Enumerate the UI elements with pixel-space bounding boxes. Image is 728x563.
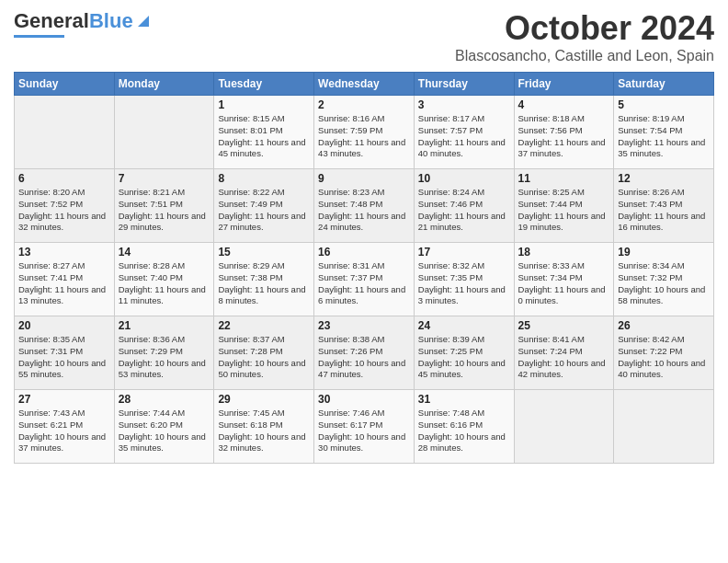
day-number: 5 <box>618 98 710 111</box>
day-number: 28 <box>119 393 210 406</box>
day-info: Sunrise: 8:31 AMSunset: 7:37 PMDaylight:… <box>318 260 410 307</box>
day-number: 24 <box>418 319 510 332</box>
day-info: Sunrise: 8:37 AMSunset: 7:28 PMDaylight:… <box>218 334 310 381</box>
calendar-cell: 12Sunrise: 8:26 AMSunset: 7:43 PMDayligh… <box>614 169 714 243</box>
calendar-cell: 13Sunrise: 8:27 AMSunset: 7:41 PMDayligh… <box>15 243 115 316</box>
day-info: Sunrise: 8:39 AMSunset: 7:25 PMDaylight:… <box>418 334 510 381</box>
weekday-header-row: SundayMondayTuesdayWednesdayThursdayFrid… <box>15 73 714 96</box>
day-number: 19 <box>618 246 710 259</box>
day-info: Sunrise: 8:17 AMSunset: 7:57 PMDaylight:… <box>418 113 510 160</box>
day-number: 1 <box>218 98 310 111</box>
calendar-cell: 5Sunrise: 8:19 AMSunset: 7:54 PMDaylight… <box>614 96 714 169</box>
day-number: 7 <box>119 172 210 185</box>
calendar-cell: 14Sunrise: 8:28 AMSunset: 7:40 PMDayligh… <box>114 243 214 316</box>
logo-arrow-icon <box>134 12 153 30</box>
day-number: 2 <box>318 98 410 111</box>
calendar-cell: 15Sunrise: 8:29 AMSunset: 7:38 PMDayligh… <box>214 243 314 316</box>
day-info: Sunrise: 8:20 AMSunset: 7:52 PMDaylight:… <box>18 187 110 234</box>
day-number: 31 <box>418 393 510 406</box>
day-info: Sunrise: 7:46 AMSunset: 6:17 PMDaylight:… <box>318 408 410 454</box>
day-info: Sunrise: 8:16 AMSunset: 7:59 PMDaylight:… <box>318 113 410 160</box>
svg-marker-0 <box>138 16 149 27</box>
weekday-header-thursday: Thursday <box>414 73 514 96</box>
day-number: 4 <box>518 98 610 111</box>
day-info: Sunrise: 8:19 AMSunset: 7:54 PMDaylight:… <box>618 113 710 160</box>
day-number: 27 <box>18 393 110 406</box>
day-number: 26 <box>618 319 710 332</box>
calendar-cell: 16Sunrise: 8:31 AMSunset: 7:37 PMDayligh… <box>314 243 415 316</box>
calendar-cell: 26Sunrise: 8:42 AMSunset: 7:22 PMDayligh… <box>614 316 714 390</box>
calendar-week-row: 20Sunrise: 8:35 AMSunset: 7:31 PMDayligh… <box>15 316 714 390</box>
month-title: October 2024 <box>455 9 714 48</box>
day-info: Sunrise: 8:27 AMSunset: 7:41 PMDaylight:… <box>18 260 110 307</box>
logo-general: General <box>14 9 89 33</box>
day-number: 22 <box>218 319 310 332</box>
calendar-cell: 2Sunrise: 8:16 AMSunset: 7:59 PMDaylight… <box>314 96 415 169</box>
calendar-cell: 18Sunrise: 8:33 AMSunset: 7:34 PMDayligh… <box>514 243 614 316</box>
logo-underline <box>14 35 64 38</box>
calendar-cell <box>614 390 714 464</box>
calendar-cell: 20Sunrise: 8:35 AMSunset: 7:31 PMDayligh… <box>15 316 115 390</box>
page-header: General Blue October 2024 Blascosancho, … <box>14 9 714 64</box>
day-number: 12 <box>618 172 710 185</box>
day-info: Sunrise: 8:24 AMSunset: 7:46 PMDaylight:… <box>418 187 510 234</box>
calendar-week-row: 13Sunrise: 8:27 AMSunset: 7:41 PMDayligh… <box>15 243 714 316</box>
day-info: Sunrise: 8:41 AMSunset: 7:24 PMDaylight:… <box>518 334 610 381</box>
calendar-cell: 10Sunrise: 8:24 AMSunset: 7:46 PMDayligh… <box>414 169 514 243</box>
weekday-header-friday: Friday <box>514 73 614 96</box>
day-info: Sunrise: 8:29 AMSunset: 7:38 PMDaylight:… <box>218 260 310 307</box>
day-number: 9 <box>318 172 410 185</box>
calendar-cell: 7Sunrise: 8:21 AMSunset: 7:51 PMDaylight… <box>114 169 214 243</box>
calendar-cell: 31Sunrise: 7:48 AMSunset: 6:16 PMDayligh… <box>414 390 514 464</box>
calendar-cell: 21Sunrise: 8:36 AMSunset: 7:29 PMDayligh… <box>114 316 214 390</box>
day-number: 23 <box>318 319 410 332</box>
day-info: Sunrise: 8:36 AMSunset: 7:29 PMDaylight:… <box>119 334 210 381</box>
day-info: Sunrise: 7:45 AMSunset: 6:18 PMDaylight:… <box>218 408 310 454</box>
day-info: Sunrise: 8:25 AMSunset: 7:44 PMDaylight:… <box>518 187 610 234</box>
day-number: 30 <box>318 393 410 406</box>
day-number: 14 <box>119 246 210 259</box>
weekday-header-monday: Monday <box>114 73 214 96</box>
calendar-table: SundayMondayTuesdayWednesdayThursdayFrid… <box>14 72 714 464</box>
calendar-week-row: 1Sunrise: 8:15 AMSunset: 8:01 PMDaylight… <box>15 96 714 169</box>
day-info: Sunrise: 8:28 AMSunset: 7:40 PMDaylight:… <box>119 260 210 307</box>
calendar-cell: 25Sunrise: 8:41 AMSunset: 7:24 PMDayligh… <box>514 316 614 390</box>
weekday-header-saturday: Saturday <box>614 73 714 96</box>
calendar-cell: 27Sunrise: 7:43 AMSunset: 6:21 PMDayligh… <box>15 390 115 464</box>
calendar-cell: 11Sunrise: 8:25 AMSunset: 7:44 PMDayligh… <box>514 169 614 243</box>
day-info: Sunrise: 7:48 AMSunset: 6:16 PMDaylight:… <box>418 408 510 454</box>
calendar-cell: 4Sunrise: 8:18 AMSunset: 7:56 PMDaylight… <box>514 96 614 169</box>
calendar-cell: 30Sunrise: 7:46 AMSunset: 6:17 PMDayligh… <box>314 390 415 464</box>
title-block: October 2024 Blascosancho, Castille and … <box>455 9 714 64</box>
day-number: 18 <box>518 246 610 259</box>
calendar-cell: 23Sunrise: 8:38 AMSunset: 7:26 PMDayligh… <box>314 316 415 390</box>
calendar-cell <box>514 390 614 464</box>
day-number: 17 <box>418 246 510 259</box>
calendar-week-row: 6Sunrise: 8:20 AMSunset: 7:52 PMDaylight… <box>15 169 714 243</box>
day-number: 10 <box>418 172 510 185</box>
weekday-header-sunday: Sunday <box>15 73 115 96</box>
calendar-cell: 9Sunrise: 8:23 AMSunset: 7:48 PMDaylight… <box>314 169 415 243</box>
logo-blue: Blue <box>89 9 133 33</box>
calendar-cell <box>114 96 214 169</box>
day-info: Sunrise: 8:26 AMSunset: 7:43 PMDaylight:… <box>618 187 710 234</box>
calendar-cell: 19Sunrise: 8:34 AMSunset: 7:32 PMDayligh… <box>614 243 714 316</box>
calendar-cell: 24Sunrise: 8:39 AMSunset: 7:25 PMDayligh… <box>414 316 514 390</box>
day-info: Sunrise: 8:23 AMSunset: 7:48 PMDaylight:… <box>318 187 410 234</box>
day-info: Sunrise: 8:34 AMSunset: 7:32 PMDaylight:… <box>618 260 710 307</box>
location-title: Blascosancho, Castille and Leon, Spain <box>455 48 714 64</box>
logo: General Blue <box>14 9 153 38</box>
calendar-cell <box>15 96 115 169</box>
weekday-header-wednesday: Wednesday <box>314 73 415 96</box>
day-number: 13 <box>18 246 110 259</box>
day-info: Sunrise: 8:21 AMSunset: 7:51 PMDaylight:… <box>119 187 210 234</box>
day-number: 6 <box>18 172 110 185</box>
day-number: 21 <box>119 319 210 332</box>
day-number: 8 <box>218 172 310 185</box>
day-info: Sunrise: 8:42 AMSunset: 7:22 PMDaylight:… <box>618 334 710 381</box>
day-number: 3 <box>418 98 510 111</box>
day-info: Sunrise: 8:22 AMSunset: 7:49 PMDaylight:… <box>218 187 310 234</box>
day-info: Sunrise: 8:38 AMSunset: 7:26 PMDaylight:… <box>318 334 410 381</box>
calendar-cell: 22Sunrise: 8:37 AMSunset: 7:28 PMDayligh… <box>214 316 314 390</box>
day-info: Sunrise: 8:35 AMSunset: 7:31 PMDaylight:… <box>18 334 110 381</box>
